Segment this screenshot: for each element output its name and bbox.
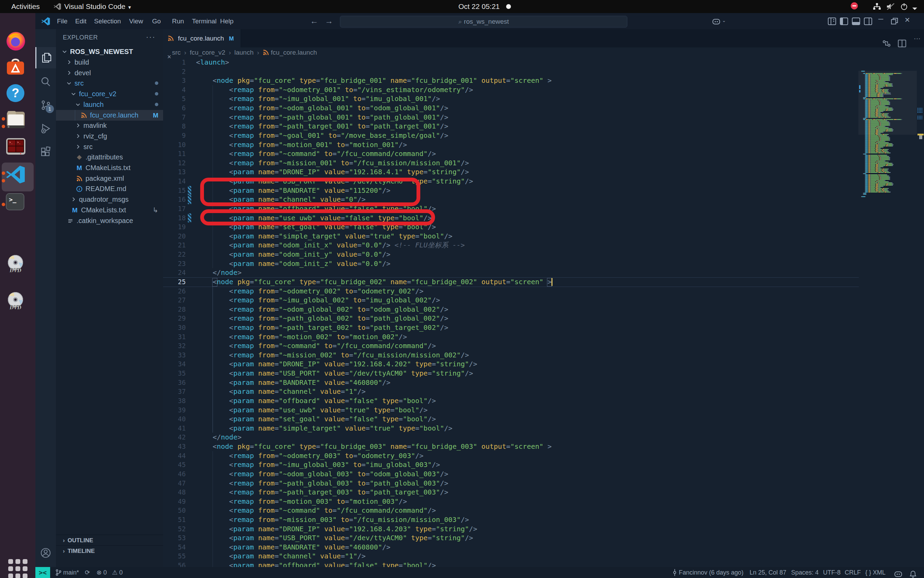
timeline-section[interactable]: ›TIMELINE bbox=[56, 546, 163, 556]
tree-item-package-xml[interactable]: package.xml bbox=[56, 173, 163, 184]
system-menu-chevron-icon[interactable] bbox=[912, 5, 918, 13]
code-line-45[interactable]: 45 <remap from="~imu_global_003" to="imu… bbox=[163, 460, 924, 469]
tree-item-build[interactable]: build bbox=[56, 57, 163, 68]
tree-item-launch[interactable]: launch bbox=[56, 99, 163, 110]
code-line-31[interactable]: 31 <remap from="~motion_002" to="motion_… bbox=[163, 332, 924, 342]
menu-go[interactable]: Go bbox=[148, 13, 165, 29]
breadcrumb-src[interactable]: src bbox=[172, 49, 181, 56]
commit-info-item[interactable]: Fancinnov (6 days ago) bbox=[672, 567, 743, 578]
code-line-54[interactable]: 54 <param name="BANDRATE" value="460800"… bbox=[163, 542, 924, 552]
dock-item-files[interactable] bbox=[5, 110, 31, 136]
menu-run[interactable]: Run bbox=[168, 13, 189, 29]
source-control-activity-icon[interactable]: 1 bbox=[36, 94, 56, 116]
tree-item-mavlink[interactable]: mavlink bbox=[56, 120, 163, 131]
show-applications-button[interactable] bbox=[8, 559, 28, 578]
code-line-9[interactable]: 9 <remap from="~goal_001" to="/move_base… bbox=[163, 131, 924, 140]
dock-item-firefox[interactable] bbox=[5, 29, 31, 56]
menu-view[interactable]: View bbox=[125, 13, 148, 29]
code-line-48[interactable]: 48 <remap from="~path_target_003" to="pa… bbox=[163, 488, 924, 497]
code-line-11[interactable]: 11 <remap from="~command" to="/fcu_comma… bbox=[163, 149, 924, 158]
copilot-chevron-icon[interactable]: ⌄ bbox=[722, 18, 726, 23]
toggle-primary-sidebar-icon[interactable] bbox=[840, 18, 848, 25]
menu-selection[interactable]: Selection bbox=[90, 13, 125, 29]
code-line-44[interactable]: 44 <remap from="~odometry_003" to="odome… bbox=[163, 451, 924, 461]
tab-fcu-core-launch[interactable]: fcu_core.launch M × bbox=[163, 29, 241, 47]
language-mode-item[interactable]: { } XML bbox=[865, 567, 885, 578]
code-line-33[interactable]: 33 <remap from="~mission_002" to="/fcu_m… bbox=[163, 351, 924, 360]
minimap[interactable] bbox=[858, 68, 924, 216]
code-line-51[interactable]: 51 <remap from="~mission_003" to="/fcu_m… bbox=[163, 515, 924, 524]
code-line-5[interactable]: 5 <remap from="~imu_global_001" to="imu_… bbox=[163, 94, 924, 104]
tree-root-ros_ws_newest[interactable]: ROS_WS_NEWEST bbox=[56, 46, 163, 57]
code-line-39[interactable]: 39 <param name="use_uwb" value="true" ty… bbox=[163, 406, 924, 415]
search-activity-icon[interactable] bbox=[36, 71, 56, 93]
code-line-22[interactable]: 22 <param name="odom_init_y" value="0.0"… bbox=[163, 250, 924, 259]
focused-app-menu[interactable]: Visual Studio Code ▼ bbox=[64, 0, 132, 13]
menu-edit[interactable]: Edit bbox=[71, 13, 91, 29]
dock-item-dvd-1[interactable]: DVD bbox=[5, 254, 31, 281]
code-line-49[interactable]: 49 <remap from="~motion_003" to="motion_… bbox=[163, 497, 924, 506]
code-line-20[interactable]: 20 <param name="simple_target" value="tr… bbox=[163, 232, 924, 241]
tree-item--gitattributes[interactable]: .gitattributes bbox=[56, 152, 163, 162]
code-line-6[interactable]: 6 <remap from="~odom_global_001" to="odo… bbox=[163, 104, 924, 113]
tree-item--catkin-workspace[interactable]: .catkin_workspace bbox=[56, 216, 163, 226]
code-line-35[interactable]: 35 <param name="USB_PORT" value="/dev/tt… bbox=[163, 369, 924, 378]
toggle-secondary-sidebar-icon[interactable] bbox=[864, 18, 872, 25]
copilot-status-icon[interactable] bbox=[894, 569, 903, 578]
breadcrumb-fcu_core_v2[interactable]: fcu_core_v2 bbox=[190, 49, 226, 56]
code-line-42[interactable]: 42 </node> bbox=[163, 433, 924, 442]
close-button[interactable]: ✕ bbox=[905, 16, 910, 24]
breadcrumb[interactable]: src›fcu_core_v2›launch›fcu_core.launch bbox=[163, 47, 924, 58]
problems-item[interactable]: ⊗ 0 ⚠ 0 bbox=[97, 567, 123, 578]
code-line-13[interactable]: 13 <param name="DRONE_IP" value="192.168… bbox=[163, 167, 924, 177]
dock-item-terminal-red[interactable]: >_>_ bbox=[5, 137, 31, 163]
code-line-4[interactable]: 4 <remap from="~odometry_001" to="/vins_… bbox=[163, 85, 924, 94]
code-editor[interactable]: 1<launch>23 <node pkg="fcu_core" type="f… bbox=[163, 58, 924, 567]
code-line-26[interactable]: 26 <remap from="~odometry_002" to="odome… bbox=[163, 287, 924, 296]
code-line-12[interactable]: 12 <remap from="~mission_001" to="/fcu_m… bbox=[163, 158, 924, 168]
editor-more-actions[interactable]: ··· bbox=[914, 29, 921, 47]
code-line-47[interactable]: 47 <remap from="~path_global_003" to="pa… bbox=[163, 479, 924, 488]
code-line-8[interactable]: 8 <remap from="~path_target_001" to="pat… bbox=[163, 122, 924, 131]
code-line-29[interactable]: 29 <remap from="~path_global_002" to="pa… bbox=[163, 314, 924, 323]
code-line-27[interactable]: 27 <remap from="~imu_global_002" to="imu… bbox=[163, 295, 924, 305]
clock[interactable]: Oct 22 05:21 bbox=[458, 0, 500, 13]
tree-item-quadrotor-msgs[interactable]: quadrotor_msgs bbox=[56, 194, 163, 205]
code-line-52[interactable]: 52 <param name="DRONE_IP" value="192.168… bbox=[163, 524, 924, 534]
tree-item-cmakelists-txt[interactable]: MCMakeLists.txt↳ bbox=[56, 205, 163, 216]
code-line-36[interactable]: 36 <param name="BANDRATE" value="460800"… bbox=[163, 378, 924, 387]
toggle-panel-icon[interactable] bbox=[852, 18, 860, 25]
copilot-icon[interactable] bbox=[712, 17, 721, 26]
code-line-1[interactable]: 1<launch> bbox=[163, 58, 924, 67]
tree-item-src[interactable]: src bbox=[56, 78, 163, 89]
code-line-23[interactable]: 23 <param name="odom_init_z" value="0.0"… bbox=[163, 259, 924, 268]
sync-icon[interactable]: ⟳ bbox=[85, 569, 90, 576]
code-line-21[interactable]: 21 <param name="odom_init_x" value="0.0"… bbox=[163, 240, 924, 250]
nav-back-icon[interactable]: ← bbox=[310, 16, 318, 26]
code-line-3[interactable]: 3 <node pkg="fcu_core" type="fcu_bridge_… bbox=[163, 76, 924, 85]
code-line-56[interactable]: 56 <param name="offboard" value="false" … bbox=[163, 561, 924, 567]
code-line-55[interactable]: 55 <param name="channel" value="1"/> bbox=[163, 552, 924, 561]
code-line-10[interactable]: 10 <remap from="~motion_001" to="motion_… bbox=[163, 140, 924, 149]
dock-item-dvd-2[interactable]: DVD bbox=[5, 291, 31, 318]
code-line-30[interactable]: 30 <remap from="~path_target_002" to="pa… bbox=[163, 323, 924, 332]
accounts-icon[interactable] bbox=[36, 542, 56, 563]
tree-item-devel[interactable]: devel bbox=[56, 68, 163, 78]
explorer-activity-icon[interactable] bbox=[36, 47, 57, 68]
customize-layout-icon[interactable] bbox=[828, 18, 836, 25]
code-line-43[interactable]: 43 <node pkg="fcu_core" type="fcu_bridge… bbox=[163, 442, 924, 451]
tree-item-fcu-core-v2[interactable]: fcu_core_v2 bbox=[56, 89, 163, 99]
code-line-37[interactable]: 37 <param name="channel" value="1"/> bbox=[163, 387, 924, 396]
command-center-search[interactable]: ⌕ros_ws_newest bbox=[340, 16, 627, 28]
remote-indicator[interactable]: >< bbox=[36, 567, 50, 578]
extensions-activity-icon[interactable] bbox=[36, 141, 56, 162]
git-branch-item[interactable]: main* ⟳ bbox=[55, 567, 90, 578]
dock-item-terminal[interactable]: >_ bbox=[5, 192, 31, 218]
code-line-50[interactable]: 50 <remap from="~command" to="/fcu_comma… bbox=[163, 506, 924, 515]
breadcrumb-launch[interactable]: launch bbox=[235, 49, 254, 56]
tree-item-cmakelists-txt[interactable]: MCMakeLists.txt bbox=[56, 162, 163, 173]
activities-button[interactable]: Activities bbox=[11, 0, 40, 13]
outline-section[interactable]: ›OUTLINE bbox=[56, 535, 163, 546]
eol-item[interactable]: CRLF bbox=[845, 567, 861, 578]
run-debug-activity-icon[interactable] bbox=[36, 118, 56, 139]
